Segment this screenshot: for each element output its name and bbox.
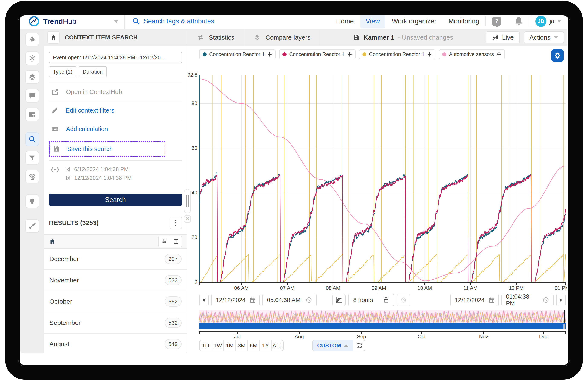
duration-lock-button[interactable]: [378, 294, 394, 306]
results-home-icon[interactable]: [49, 238, 55, 245]
x-tick-label: 12 PM: [501, 285, 531, 291]
save-this-search-link[interactable]: Save this search: [51, 143, 163, 155]
pan-left-button[interactable]: [199, 294, 209, 306]
zoom-preset-all[interactable]: ALL: [271, 341, 283, 351]
range-end-icon: [65, 175, 71, 181]
add-calculation-link[interactable]: Add calculation: [49, 120, 182, 137]
actions-button[interactable]: Actions: [524, 32, 564, 43]
sort-button[interactable]: [159, 236, 170, 247]
splitter-grip[interactable]: [184, 189, 191, 213]
result-row[interactable]: December 207: [44, 249, 187, 270]
overview-selection-handle[interactable]: [564, 310, 565, 323]
zoom-preset-1y[interactable]: 1Y: [259, 341, 271, 351]
results-header: RESULTS (3253): [49, 217, 182, 229]
help-icon[interactable]: ?: [492, 17, 501, 26]
statistics-tab[interactable]: Statistics: [188, 29, 244, 46]
move-icon[interactable]: [427, 52, 432, 57]
result-row[interactable]: August 549: [44, 334, 187, 353]
move-icon[interactable]: [347, 52, 352, 57]
search-time-range: 6/12/2024 1:04:38 PM 12/12/2024 1:04:38 …: [49, 161, 182, 183]
kebab-icon: [175, 220, 176, 226]
duration-field[interactable]: 8 hours: [349, 294, 378, 306]
overview-strip[interactable]: [199, 310, 566, 329]
end-time-field[interactable]: 01:04:38 PM: [501, 294, 554, 306]
fit-frame-button[interactable]: [353, 341, 365, 351]
dashboard-tool-button[interactable]: [25, 108, 39, 121]
range-end-row: 12/12/2024 1:04:38 PM: [65, 175, 132, 181]
fingerprint-tool-button[interactable]: [25, 170, 39, 183]
panel-body: Event open: 6/12/2024 1:04:38 PM - 12/12…: [44, 46, 187, 353]
zoom-preset-6m[interactable]: 6M: [247, 341, 259, 351]
start-time-field[interactable]: 05:04:38 AM: [262, 294, 317, 306]
avatar[interactable]: JD: [535, 16, 546, 27]
compare-layers-tab[interactable]: Compare layers: [244, 29, 320, 46]
start-date-field[interactable]: 12/12/2024: [211, 294, 260, 306]
result-row[interactable]: September 532: [44, 312, 187, 334]
save-view-icon[interactable]: [353, 34, 359, 41]
comments-tool-button[interactable]: [25, 89, 39, 103]
global-search[interactable]: Search tags & attributes: [125, 18, 330, 25]
panel-close-button[interactable]: ✕: [184, 215, 191, 223]
x-tick-label: 11 AM: [456, 285, 485, 291]
chart-type-button[interactable]: [332, 294, 346, 306]
range-icon[interactable]: [50, 166, 60, 173]
layers-tool-button[interactable]: [25, 70, 39, 84]
chart-settings-button[interactable]: [551, 49, 564, 62]
zoom-preset-1w[interactable]: 1W: [211, 341, 224, 351]
nav-item-home[interactable]: Home: [331, 14, 359, 28]
top-bar: TrendHub Search tags & attributes HomeVi…: [21, 14, 567, 29]
nav-item-view[interactable]: View: [360, 14, 385, 28]
panel-home-button[interactable]: [47, 31, 60, 44]
duration-filter-chip[interactable]: Duration: [79, 66, 107, 77]
edit-context-filters-link[interactable]: Edit context filters: [49, 102, 182, 119]
tags-tool-button[interactable]: [25, 33, 39, 46]
overview-scroll-knob[interactable]: [564, 324, 566, 329]
notifications-bell-icon[interactable]: [514, 16, 523, 26]
end-date-field[interactable]: 12/12/2024: [450, 294, 499, 306]
overview-pattern: [199, 310, 566, 323]
legend-chip[interactable]: Concentration Reactor 1: [199, 49, 276, 59]
type-filter-chip[interactable]: Type (1): [49, 66, 76, 77]
tool-rail: [21, 29, 44, 353]
graph-tool-button[interactable]: [25, 219, 39, 233]
custom-zoom-button[interactable]: CUSTOM: [313, 341, 353, 351]
move-icon[interactable]: [496, 52, 502, 57]
calendar-icon: [488, 297, 495, 303]
results-title: RESULTS (3253): [49, 219, 99, 226]
zoom-preset-1d[interactable]: 1D: [200, 341, 211, 351]
result-count-badge: 207: [165, 254, 182, 264]
user-chevron-down-icon: [557, 20, 561, 22]
result-row[interactable]: November 533: [44, 270, 187, 291]
user-menu[interactable]: JD jo: [530, 16, 567, 27]
x-axis: [199, 282, 566, 285]
zoom-preset-3m[interactable]: 3M: [235, 341, 247, 351]
recommendations-tool-button[interactable]: [25, 194, 39, 208]
zoom-preset-1m[interactable]: 1M: [224, 341, 235, 351]
open-contexthub-link[interactable]: Open in ContextHub: [49, 83, 182, 100]
filter-tool-button[interactable]: [25, 151, 39, 165]
collapse-button[interactable]: [170, 236, 182, 247]
nav-item-work-organizer[interactable]: Work organizer: [387, 14, 442, 28]
search-button[interactable]: Search: [49, 194, 182, 206]
screenshot-stage: TrendHub Search tags & attributes HomeVi…: [0, 0, 588, 383]
calculations-tool-button[interactable]: [25, 52, 39, 65]
results-menu-button[interactable]: [169, 217, 182, 229]
trend-plot[interactable]: [199, 75, 566, 282]
x-tick-label: 10 AM: [410, 285, 440, 291]
live-button[interactable]: Live: [485, 32, 520, 43]
series-label: Automotive sensors: [449, 51, 494, 57]
pan-right-button[interactable]: [556, 294, 566, 306]
event-filter-chip[interactable]: Event open: 6/12/2024 1:04:38 PM - 12/12…: [49, 52, 182, 63]
result-label: December: [49, 255, 79, 263]
history-button[interactable]: [397, 294, 410, 306]
legend-chip[interactable]: Concentration Reactor 1: [279, 49, 356, 59]
nav-item-monitoring[interactable]: Monitoring: [443, 14, 484, 28]
legend-chip[interactable]: Automotive sensors: [439, 49, 505, 59]
move-icon[interactable]: [267, 52, 272, 57]
legend-chip[interactable]: Concentration Reactor 1: [359, 49, 436, 59]
brand-chevron-down-icon[interactable]: [114, 20, 119, 23]
brand[interactable]: TrendHub: [21, 16, 119, 27]
result-row[interactable]: October 552: [44, 291, 187, 312]
range-start-row: 6/12/2024 1:04:38 PM: [65, 166, 132, 172]
context-search-tool-button[interactable]: [25, 132, 39, 146]
